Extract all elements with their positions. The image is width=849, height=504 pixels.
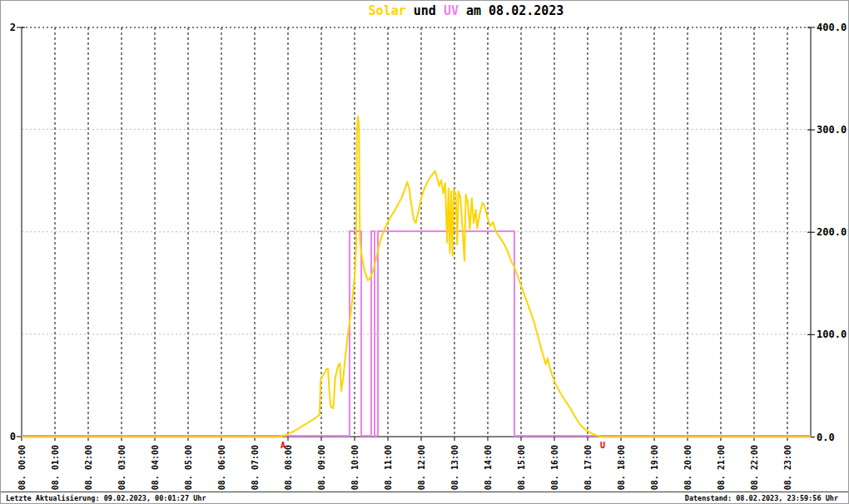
y-right-label-100: 100.0 <box>817 329 847 340</box>
page: { "title": { "full": "Solar und UV am 08… <box>0 0 849 504</box>
y-left-label-2: 2 <box>10 22 16 33</box>
y-right-label-300: 300.0 <box>817 124 847 136</box>
solar-uv-chart-window: Solar und UV am 08.02.2023 020.0100.0200… <box>0 0 849 504</box>
x-tick-label-17: 08. 17:00 <box>583 445 593 490</box>
x-tick-label-0: 08. 00:00 <box>17 445 27 490</box>
x-tick-label-10: 08. 10:00 <box>350 445 360 490</box>
x-tick-label-23: 08. 23:00 <box>783 445 792 490</box>
title-part-0: Solar <box>369 3 406 18</box>
uv-series-line <box>22 231 811 436</box>
x-tick-label-9: 08. 09:00 <box>317 445 326 490</box>
x-tick-label-19: 08. 19:00 <box>650 445 659 490</box>
title-part-3: am 08.02.2023 <box>459 3 564 18</box>
x-tick-label-2: 08. 02:00 <box>84 445 93 490</box>
chart-canvas: 020.0100.0200.0300.0400.008. 00:0008. 01… <box>1 1 849 504</box>
x-tick-label-5: 08. 05:00 <box>184 445 193 490</box>
y-right-label-200: 200.0 <box>817 226 847 238</box>
x-tick-label-12: 08. 12:00 <box>417 445 426 490</box>
status-bar: Letzte Aktualisierung: 09.02.2023, 00:01… <box>1 492 848 503</box>
x-tick-label-16: 08. 16:00 <box>550 445 559 490</box>
x-tick-label-4: 08. 04:00 <box>151 445 160 490</box>
solar-series-line <box>22 116 811 437</box>
title-part-2: UV <box>444 3 459 18</box>
x-tick-label-3: 08. 03:00 <box>117 445 127 490</box>
x-tick-label-7: 08. 07:00 <box>251 445 260 490</box>
x-tick-label-14: 08. 14:00 <box>484 445 493 490</box>
x-tick-label-11: 08. 11:00 <box>384 445 393 490</box>
y-right-label-400: 400.0 <box>817 22 847 33</box>
x-tick-label-15: 08. 15:00 <box>517 445 526 490</box>
data-timestamp-text: Datenstand: 08.02.2023, 23:59:56 Uhr <box>685 494 838 502</box>
y-left-label-0: 0 <box>10 431 16 442</box>
x-tick-label-1: 08. 01:00 <box>51 445 60 490</box>
x-tick-label-13: 08. 13:00 <box>450 445 459 490</box>
x-tick-label-20: 08. 20:00 <box>683 445 693 490</box>
sunrise-marker: A <box>281 441 285 450</box>
x-tick-label-21: 08. 21:00 <box>717 445 726 490</box>
x-tick-label-22: 08. 22:00 <box>750 445 759 490</box>
x-tick-label-18: 08. 18:00 <box>617 445 626 490</box>
title-part-1: und <box>406 3 444 18</box>
last-update-text: Letzte Aktualisierung: 09.02.2023, 00:01… <box>6 494 206 502</box>
sunset-marker: U <box>600 441 605 450</box>
y-right-label-0: 0.0 <box>817 432 835 443</box>
x-tick-label-8: 08. 08:00 <box>284 445 293 490</box>
chart-title: Solar und UV am 08.02.2023 <box>1 3 848 18</box>
x-tick-label-6: 08. 06:00 <box>217 445 226 490</box>
